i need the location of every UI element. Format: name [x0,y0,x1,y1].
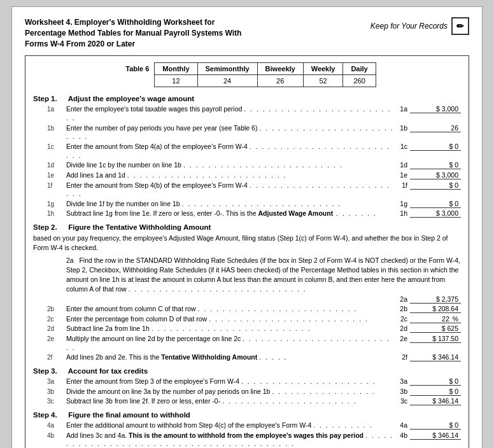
line-1e: 1e Add lines 1a and 1d . . . . . . . . .… [33,171,461,180]
value-1b: 26 [410,124,461,132]
keep-icon: ✏ [451,17,469,35]
line-2a-value: 2a $ 2,375 [33,295,461,304]
value-1g: $ 0 [410,200,461,208]
value-4a: $ 0 [410,421,461,430]
value-1c: $ 0 [410,143,461,151]
value-2f: $ 346.14 [410,353,461,361]
line-2c: 2c Enter the percentage from column D of… [33,315,461,324]
line-1g: 1g Divide line 1f by the number on line … [33,200,461,209]
value-1a: $ 3,000 [410,105,461,113]
value-3b: $ 0 [410,388,461,396]
step2-note: based on your pay frequency, the employe… [33,234,461,252]
line-4a: 4a Enter the additional amount to withho… [33,421,461,430]
worksheet-title: Worksheet 4. Employer's Withholding Work… [25,17,241,49]
value-1f: $ 0 [410,181,461,190]
col-monthly: Monthly [155,63,197,75]
page: Worksheet 4. Employer's Withholding Work… [11,6,483,448]
col-biweekly: Biweekly [257,63,303,75]
line-3a: 3a Enter the amount from Step 3 of the e… [33,377,461,386]
step4-block: Step 4. Figure the final amount to withh… [33,411,461,448]
value-2e: $ 137.50 [410,335,461,343]
col-semimonthly: Semimonthly [197,63,257,75]
val-daily: 260 [343,75,376,87]
keep-records-label: Keep for Your Records ✏ [370,17,469,35]
line-2e: 2e Multiply the amount on line 2d by the… [33,335,461,352]
header: Worksheet 4. Employer's Withholding Work… [25,17,469,49]
value-2d: $ 625 [410,325,461,333]
value-1h: $ 3,000 [410,209,461,218]
col-weekly: Weekly [303,63,343,75]
val-biweekly: 26 [257,75,303,87]
step2a-desc: 2a Find the row in the STANDARD Withhold… [33,256,461,293]
val-semimonthly: 24 [197,75,257,87]
value-3c: $ 346.14 [410,397,461,405]
step1-header: Step 1. Adjust the employee's wage amoun… [33,95,461,102]
worksheet-body: Table 6 Monthly Semimonthly Biweekly Wee… [25,55,469,448]
line-2f: 2f Add lines 2b and 2e. This is the Tent… [33,353,461,362]
table6-label: Table 6 [118,63,155,75]
step3-block: Step 3. Account for tax credits 3a Enter… [33,367,461,406]
line-3c: 3c Subtract line 3b from line 2f. If zer… [33,397,461,406]
value-2c: 22 % [410,315,461,323]
value-2a: $ 2,375 [410,295,461,304]
table6-section: Table 6 Monthly Semimonthly Biweekly Wee… [33,62,461,87]
val-monthly: 12 [155,75,197,87]
line-3b: 3b Divide the amount on line 3a by the n… [33,388,461,396]
value-4b: $ 346.14 [410,431,461,440]
step2-header: Step 2. Figure the Tentative Withholding… [33,223,461,231]
line-1b: 1b Enter the number of pay periods you h… [33,124,461,141]
value-1d: $ 0 [410,161,461,169]
line-1d: 1d Divide line 1c by the number on line … [33,161,461,170]
line-1a: 1a Enter the employee's total taxable wa… [33,105,461,122]
line-1c: 1c Enter the amount from Step 4(a) of th… [33,143,461,160]
table6: Table 6 Monthly Semimonthly Biweekly Wee… [118,62,376,87]
value-1e: $ 3,000 [410,171,461,179]
col-daily: Daily [343,63,376,75]
value-2b: $ 208.64 [410,305,461,313]
line-1h: 1h Subtract line 1g from line 1e. If zer… [33,209,461,218]
line-1f: 1f Enter the amount from Step 4(b) of th… [33,181,461,199]
val-weekly: 52 [303,75,343,87]
line-2d: 2d Subtract line 2a from line 1h . . . .… [33,325,461,333]
step4-header: Step 4. Figure the final amount to withh… [33,411,461,419]
step3-header: Step 3. Account for tax credits [33,367,461,375]
value-3a: $ 0 [410,377,461,386]
step1-block: Step 1. Adjust the employee's wage amoun… [33,95,461,218]
line-4b: 4b Add lines 3c and 4a. This is the amou… [33,431,461,448]
line-2b: 2b Enter the amount from column C of tha… [33,305,461,314]
step2-block: Step 2. Figure the Tentative Withholding… [33,223,461,362]
